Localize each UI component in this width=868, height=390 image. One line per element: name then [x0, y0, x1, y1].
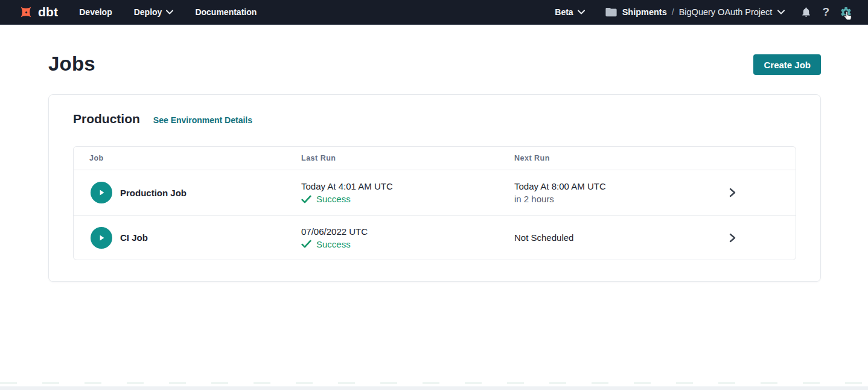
environment-card: Production See Environment Details Job L…	[48, 94, 821, 282]
chevron-down-icon	[578, 10, 585, 14]
column-header-job: Job	[74, 147, 301, 170]
job-row-production-job[interactable]: Production Job Today At 4:01 AM UTC Succ…	[74, 170, 796, 215]
jobs-table: Job Last Run Next Run Production Job Tod…	[73, 146, 796, 260]
column-header-last-run: Last Run	[301, 147, 514, 170]
logo-text: dbt	[38, 5, 58, 19]
run-job-play-button[interactable]	[91, 182, 112, 203]
create-job-button[interactable]: Create Job	[753, 54, 821, 75]
environment-title: Production	[73, 112, 140, 126]
job-name: Production Job	[120, 188, 187, 198]
chevron-down-icon	[777, 10, 785, 14]
success-check-icon	[301, 195, 311, 203]
project-selector[interactable]: Shipments / BigQuery OAuth Project	[605, 7, 785, 17]
job-name: CI Job	[120, 232, 148, 243]
dbt-logo-icon	[18, 4, 34, 20]
dbt-logo[interactable]: dbt	[18, 4, 58, 20]
status-badge: Success	[301, 239, 514, 249]
status-badge: Success	[301, 194, 514, 204]
next-run-note: in 2 hours	[514, 194, 713, 204]
job-row-ci-job[interactable]: CI Job 07/06/2022 UTC Success Not Schedu…	[74, 215, 796, 260]
project-name: BigQuery OAuth Project	[679, 7, 773, 17]
help-icon[interactable]: ?	[822, 5, 829, 19]
folder-icon	[605, 7, 617, 17]
breadcrumb-separator: /	[672, 7, 674, 17]
column-header-next-run: Next Run	[514, 147, 713, 170]
next-run-time: Not Scheduled	[514, 232, 713, 243]
nav-item-documentation[interactable]: Documentation	[195, 7, 257, 17]
page-title: Jobs	[48, 53, 868, 75]
last-run-time: Today At 4:01 AM UTC	[301, 181, 514, 191]
main-nav: Develop Deploy Documentation	[79, 7, 278, 17]
last-run-time: 07/06/2022 UTC	[301, 226, 514, 237]
chevron-right-icon[interactable]	[728, 187, 736, 198]
footer-strip	[0, 386, 868, 390]
jobs-table-header: Job Last Run Next Run	[74, 147, 796, 170]
success-check-icon	[301, 240, 311, 248]
next-run-time: Today At 8:00 AM UTC	[514, 181, 713, 191]
chevron-down-icon	[166, 10, 173, 14]
run-job-play-button[interactable]	[91, 227, 112, 249]
column-header-actions	[713, 147, 796, 170]
chevron-right-icon[interactable]	[728, 232, 736, 243]
account-name: Shipments	[622, 7, 667, 17]
see-environment-details-link[interactable]: See Environment Details	[153, 115, 252, 125]
beta-dropdown[interactable]: Beta	[555, 7, 584, 17]
nav-item-deploy[interactable]: Deploy	[134, 7, 174, 17]
nav-item-develop[interactable]: Develop	[79, 7, 112, 17]
footer-divider	[0, 382, 868, 384]
top-navbar: dbt Develop Deploy Documentation Beta	[0, 0, 868, 25]
notifications-bell-icon[interactable]	[800, 6, 812, 18]
settings-gear-icon[interactable]	[840, 6, 852, 19]
